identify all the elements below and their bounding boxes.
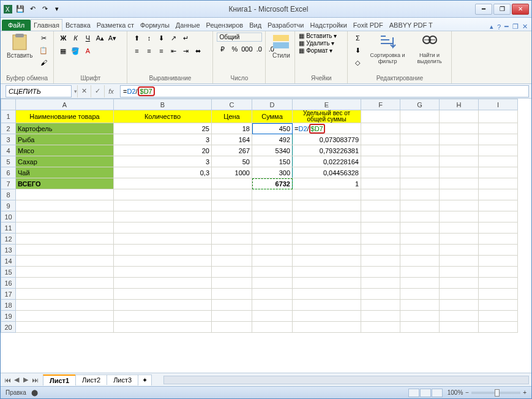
cell[interactable] xyxy=(479,245,518,256)
tab-data[interactable]: Данные xyxy=(173,19,203,31)
cell[interactable] xyxy=(400,222,440,234)
cell[interactable]: 18 xyxy=(212,123,252,134)
font-color-button[interactable]: A xyxy=(82,45,93,56)
cell[interactable]: 492 xyxy=(252,134,293,145)
align-top-icon[interactable]: ⬆ xyxy=(131,32,142,44)
find-button[interactable]: Найти и выделить xyxy=(411,32,448,66)
cell[interactable]: Сахар xyxy=(16,156,114,167)
cell[interactable] xyxy=(361,178,400,189)
cell[interactable]: Цена xyxy=(212,110,252,123)
file-tab[interactable]: Файл xyxy=(2,20,31,31)
fx-icon[interactable]: fx xyxy=(104,85,118,97)
cell[interactable] xyxy=(479,222,518,234)
minimize-button[interactable]: ━ xyxy=(475,4,492,15)
cell[interactable] xyxy=(16,311,114,322)
tab-layout[interactable]: Разметка ст xyxy=(94,19,137,31)
cell[interactable] xyxy=(361,156,400,167)
cell[interactable] xyxy=(361,189,400,200)
border-button[interactable]: ▦ xyxy=(58,45,69,56)
prev-sheet-icon[interactable]: ◀ xyxy=(12,376,21,384)
doc-minimize-icon[interactable]: ━ xyxy=(504,23,509,31)
row-header[interactable]: 19 xyxy=(1,311,16,322)
minimize-ribbon-icon[interactable]: ▴ xyxy=(490,23,493,31)
align-right-icon[interactable]: ≡ xyxy=(155,45,167,56)
paste-button[interactable]: Вставить xyxy=(4,32,35,60)
select-all-corner[interactable] xyxy=(1,99,16,110)
cell[interactable] xyxy=(361,123,400,134)
cell[interactable] xyxy=(479,278,518,289)
align-center-icon[interactable]: ≡ xyxy=(143,45,154,56)
cell[interactable] xyxy=(252,289,293,300)
excel-icon[interactable]: X xyxy=(3,4,13,14)
cell[interactable] xyxy=(212,267,252,278)
cell[interactable] xyxy=(361,145,400,156)
styles-button[interactable]: Стили xyxy=(269,32,293,60)
cell[interactable] xyxy=(252,300,293,311)
cell[interactable] xyxy=(212,178,252,189)
cell[interactable] xyxy=(400,134,440,145)
cell-d7[interactable]: 6732 xyxy=(252,178,293,189)
sheet-tab[interactable]: Лист1 xyxy=(43,374,76,386)
tab-abbyy[interactable]: ABBYY PDF T xyxy=(386,19,436,31)
cell[interactable]: ВСЕГО xyxy=(16,178,114,189)
cell[interactable] xyxy=(252,267,293,278)
cell[interactable] xyxy=(16,289,114,300)
cell[interactable] xyxy=(114,189,212,200)
row-header[interactable]: 12 xyxy=(1,234,16,245)
number-format-select[interactable]: Общий xyxy=(217,32,262,42)
cell[interactable]: 0,073083779 xyxy=(293,134,361,145)
last-sheet-icon[interactable]: ⏭ xyxy=(31,376,39,384)
cell[interactable] xyxy=(16,200,114,211)
row-header[interactable]: 13 xyxy=(1,245,16,256)
cell[interactable] xyxy=(479,156,518,167)
cell[interactable]: 1000 xyxy=(212,167,252,178)
cell[interactable] xyxy=(440,311,479,322)
cell[interactable] xyxy=(440,211,479,222)
new-sheet-icon[interactable]: ✦ xyxy=(138,374,152,386)
cell[interactable] xyxy=(16,245,114,256)
doc-restore-icon[interactable]: ❐ xyxy=(512,23,519,31)
align-middle-icon[interactable]: ↕ xyxy=(143,32,154,44)
cell[interactable] xyxy=(293,300,361,311)
normal-view-icon[interactable] xyxy=(408,389,419,397)
zoom-level[interactable]: 100% xyxy=(448,389,463,396)
cell[interactable] xyxy=(479,178,518,189)
formula-input[interactable]: =D2/$D7 xyxy=(120,85,529,97)
row-header[interactable]: 16 xyxy=(1,278,16,289)
page-break-view-icon[interactable] xyxy=(432,389,443,397)
cell[interactable]: 3 xyxy=(114,134,212,145)
cell[interactable] xyxy=(400,189,440,200)
row-header[interactable]: 3 xyxy=(1,134,16,145)
cell[interactable]: 0,3 xyxy=(114,167,212,178)
tab-view[interactable]: Вид xyxy=(246,19,264,31)
doc-close-icon[interactable]: ✕ xyxy=(522,23,528,31)
cell[interactable] xyxy=(293,245,361,256)
zoom-slider[interactable] xyxy=(471,392,520,394)
cell[interactable] xyxy=(440,178,479,189)
row-header[interactable]: 7 xyxy=(1,178,16,189)
first-sheet-icon[interactable]: ⏮ xyxy=(3,376,12,384)
tab-home[interactable]: Главная xyxy=(31,19,62,31)
cell[interactable] xyxy=(479,134,518,145)
cell[interactable] xyxy=(440,145,479,156)
cell[interactable] xyxy=(440,167,479,178)
sort-filter-button[interactable]: Сортировка и фильтр xyxy=(366,32,408,66)
cell[interactable] xyxy=(361,167,400,178)
cell[interactable] xyxy=(114,300,212,311)
cell[interactable]: 300 xyxy=(252,167,293,178)
enter-formula-icon[interactable]: ✓ xyxy=(91,85,104,97)
delete-cells-button[interactable]: ▦ Удалить ▾ xyxy=(299,40,334,47)
cell[interactable] xyxy=(293,311,361,322)
cell[interactable] xyxy=(479,256,518,267)
cell[interactable] xyxy=(16,189,114,200)
cell[interactable]: 267 xyxy=(212,145,252,156)
cell[interactable] xyxy=(400,167,440,178)
cell[interactable] xyxy=(479,189,518,200)
cell[interactable] xyxy=(16,256,114,267)
cell[interactable] xyxy=(361,311,400,322)
currency-icon[interactable]: ₽ xyxy=(217,44,228,55)
cell[interactable] xyxy=(361,211,400,222)
clear-icon[interactable]: ◇ xyxy=(351,57,364,68)
cell[interactable] xyxy=(440,278,479,289)
cell[interactable] xyxy=(252,189,293,200)
